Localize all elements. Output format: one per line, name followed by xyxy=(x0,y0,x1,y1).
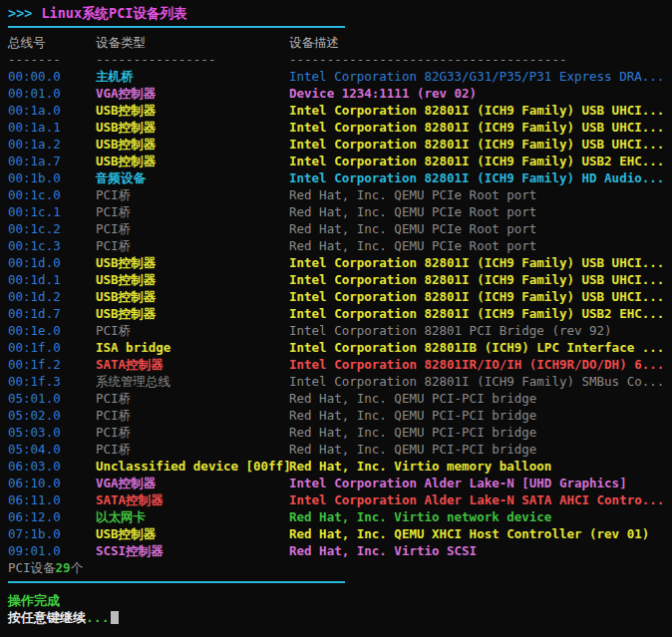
table-row: 00:1d.2USB控制器Intel Corporation 82801I (I… xyxy=(0,288,672,305)
device-description: Intel Corporation 82801IB (ICH9) LPC Int… xyxy=(289,339,672,356)
device-description: Intel Corporation 82801I (ICH9 Family) S… xyxy=(289,373,672,390)
device-type: ISA bridge xyxy=(96,339,289,356)
device-type: USB控制器 xyxy=(96,288,289,305)
bus-number: 09:01.0 xyxy=(8,542,96,559)
device-type: PCI桥 xyxy=(96,424,289,441)
device-description: Intel Corporation 82801I (ICH9 Family) U… xyxy=(289,254,672,271)
table-header: 总线号 设备类型 设备描述 xyxy=(0,34,672,51)
bus-number: 00:1f.2 xyxy=(8,356,96,373)
bus-number: 06:11.0 xyxy=(8,491,96,508)
device-description: Intel Corporation 82801I (ICH9 Family) U… xyxy=(289,136,672,153)
device-description: Intel Corporation 82801I (ICH9 Family) U… xyxy=(289,119,672,136)
device-type: PCI桥 xyxy=(96,407,289,424)
device-type: PCI桥 xyxy=(96,322,289,339)
device-type: USB控制器 xyxy=(96,119,289,136)
bus-number: 00:1b.0 xyxy=(8,169,96,186)
bus-number: 07:1b.0 xyxy=(8,525,96,542)
column-header-type: 设备类型 xyxy=(96,34,289,51)
device-type: SATA控制器 xyxy=(96,356,289,373)
table-row: 00:1c.3PCI桥Red Hat, Inc. QEMU PCIe Root … xyxy=(0,237,672,254)
bus-number: 00:01.0 xyxy=(8,85,96,102)
device-description: Red Hat, Inc. QEMU PCI-PCI bridge xyxy=(289,424,672,441)
table-row: 00:1b.0音频设备Intel Corporation 82801I (ICH… xyxy=(0,169,672,186)
device-description: Red Hat, Inc. Virtio memory balloon xyxy=(289,458,672,475)
bus-number: 00:1f.3 xyxy=(8,373,96,390)
bus-number: 00:1c.2 xyxy=(8,220,96,237)
dashes-bus: ------- xyxy=(8,51,96,68)
device-type: 系统管理总线 xyxy=(96,373,289,390)
column-header-desc: 设备描述 xyxy=(289,34,672,51)
bus-number: 06:03.0 xyxy=(8,458,96,475)
table-row: 00:1f.3系统管理总线Intel Corporation 82801I (I… xyxy=(0,373,672,390)
device-type: PCI桥 xyxy=(96,237,289,254)
device-type: USB控制器 xyxy=(96,305,289,322)
device-description: Intel Corporation Alder Lake-N SATA AHCI… xyxy=(289,491,672,508)
count-prefix: PCI设备 xyxy=(8,560,56,575)
bus-number: 00:1d.7 xyxy=(8,305,96,322)
bus-number: 00:1d.2 xyxy=(8,288,96,305)
device-description: Intel Corporation Alder Lake-N [UHD Grap… xyxy=(289,475,672,491)
device-description: Intel Corporation 82801I (ICH9 Family) U… xyxy=(289,271,672,288)
device-description: Intel Corporation 82801I (ICH9 Family) U… xyxy=(289,288,672,305)
device-type: VGA控制器 xyxy=(96,475,289,491)
table-row: 00:1c.1PCI桥Red Hat, Inc. QEMU PCIe Root … xyxy=(0,203,672,220)
device-description: Red Hat, Inc. QEMU PCI-PCI bridge xyxy=(289,441,672,458)
device-description: Red Hat, Inc. QEMU PCIe Root port xyxy=(289,186,672,203)
bus-number: 05:04.0 xyxy=(8,441,96,458)
device-description: Intel Corporation 82G33/G31/P35/P31 Expr… xyxy=(289,68,672,85)
bus-number: 00:1c.0 xyxy=(8,186,96,203)
bus-number: 00:1a.7 xyxy=(8,153,96,169)
table-row: 05:04.0PCI桥Red Hat, Inc. QEMU PCI-PCI br… xyxy=(0,441,672,458)
device-type: USB控制器 xyxy=(96,525,289,542)
table-row: 05:03.0PCI桥Red Hat, Inc. QEMU PCI-PCI br… xyxy=(0,424,672,441)
status-message: 操作完成 xyxy=(0,592,672,609)
device-description: Intel Corporation 82801I (ICH9 Family) U… xyxy=(289,102,672,119)
device-type: USB控制器 xyxy=(96,102,289,119)
table-row: 06:10.0VGA控制器Intel Corporation Alder Lak… xyxy=(0,475,672,491)
table-row: 00:1e.0PCI桥Intel Corporation 82801 PCI B… xyxy=(0,322,672,339)
page-title: Linux系统PCI设备列表 xyxy=(41,5,186,21)
table-row: 00:1d.1USB控制器Intel Corporation 82801I (I… xyxy=(0,271,672,288)
count-suffix: 个 xyxy=(71,560,84,575)
device-description: Red Hat, Inc. QEMU PCI-PCI bridge xyxy=(289,407,672,424)
table-row: 06:03.0Unclassified device [00ff]Red Hat… xyxy=(0,458,672,475)
table-row: 00:00.0主机桥Intel Corporation 82G33/G31/P3… xyxy=(0,68,672,85)
device-type: PCI桥 xyxy=(96,220,289,237)
device-type: Unclassified device [00ff] xyxy=(96,458,289,475)
bus-number: 05:02.0 xyxy=(8,407,96,424)
device-description: Red Hat, Inc. QEMU PCIe Root port xyxy=(289,220,672,237)
table-row: 00:1c.2PCI桥Red Hat, Inc. QEMU PCIe Root … xyxy=(0,220,672,237)
text-cursor xyxy=(111,611,119,624)
device-description: Red Hat, Inc. Virtio network device xyxy=(289,508,672,525)
table-row: 06:11.0SATA控制器Intel Corporation Alder La… xyxy=(0,491,672,508)
table-row: 00:1a.1USB控制器Intel Corporation 82801I (I… xyxy=(0,119,672,136)
device-type: VGA控制器 xyxy=(96,85,289,102)
device-type: PCI桥 xyxy=(96,390,289,407)
title-bar: >>>Linux系统PCI设备列表 xyxy=(0,0,672,26)
device-type: SCSI控制器 xyxy=(96,542,289,559)
prompt-arrows: >>> xyxy=(8,5,32,21)
device-type: USB控制器 xyxy=(96,254,289,271)
bus-number: 00:1e.0 xyxy=(8,322,96,339)
bus-number: 05:03.0 xyxy=(8,424,96,441)
device-type: SATA控制器 xyxy=(96,491,289,508)
bus-number: 00:1a.1 xyxy=(8,119,96,136)
device-description: Intel Corporation 82801 PCI Bridge (rev … xyxy=(289,322,672,339)
bus-number: 00:00.0 xyxy=(8,68,96,85)
bus-number: 00:1c.1 xyxy=(8,203,96,220)
device-type: USB控制器 xyxy=(96,153,289,169)
dashes-type: ---------------- xyxy=(96,51,289,68)
terminal-screen: >>>Linux系统PCI设备列表 总线号 设备类型 设备描述 ------- … xyxy=(0,0,672,637)
device-description: Red Hat, Inc. QEMU PCI-PCI bridge xyxy=(289,390,672,407)
table-row: 05:01.0PCI桥Red Hat, Inc. QEMU PCI-PCI br… xyxy=(0,390,672,407)
device-description: Intel Corporation 82801I (ICH9 Family) U… xyxy=(289,153,672,169)
continue-prompt-text: 按任意键继续 xyxy=(8,610,86,625)
table-row: 00:01.0VGA控制器Device 1234:1111 (rev 02) xyxy=(0,85,672,102)
bus-number: 06:10.0 xyxy=(8,475,96,491)
table-row: 06:12.0以太网卡Red Hat, Inc. Virtio network … xyxy=(0,508,672,525)
device-description: Intel Corporation 82801IR/IO/IH (ICH9R/D… xyxy=(289,356,672,373)
table-row: 00:1f.0ISA bridgeIntel Corporation 82801… xyxy=(0,339,672,356)
table-row: 00:1d.0USB控制器Intel Corporation 82801I (I… xyxy=(0,254,672,271)
table-row: 00:1f.2SATA控制器Intel Corporation 82801IR/… xyxy=(0,356,672,373)
count-value: 29 xyxy=(56,560,71,575)
